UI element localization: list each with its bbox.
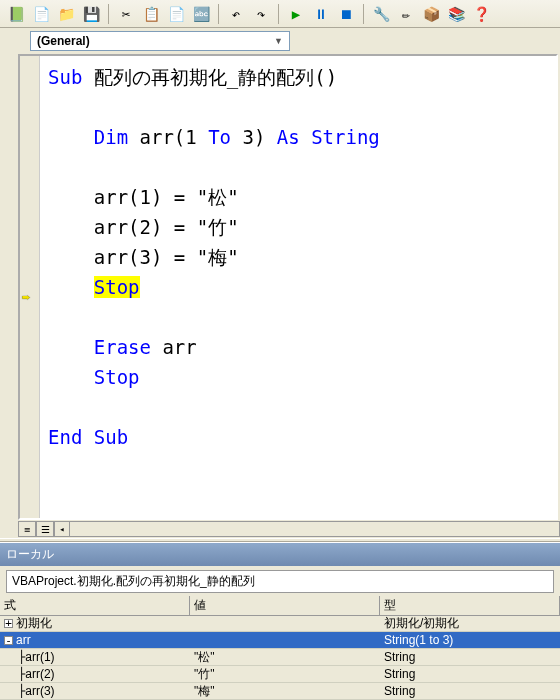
locals-header-row: 式 値 型 <box>0 598 560 615</box>
code-editor[interactable]: Sub 配列の再初期化_静的配列() Dim arr(1 To 3) As St… <box>40 56 556 518</box>
locals-row[interactable]: ├ arr(2)"竹"String <box>0 666 560 683</box>
locals-cell-expr: +初期化 <box>0 615 190 632</box>
tree-toggle-icon[interactable]: - <box>4 636 13 645</box>
locals-header-value[interactable]: 値 <box>190 596 380 616</box>
object-dropdown-label: (General) <box>37 34 90 48</box>
execution-pointer-icon: ➨ <box>22 289 30 305</box>
toolbar-undo-icon[interactable]: ↶ <box>225 3 247 25</box>
toolbar-copy-icon[interactable]: 📋 <box>140 3 162 25</box>
toolbar-object-browser-icon[interactable]: 📚 <box>445 3 467 25</box>
locals-cell-type: String <box>380 650 560 664</box>
locals-cell-type: 初期化/初期化 <box>380 615 560 632</box>
locals-cell-expr: ├ arr(3) <box>0 684 190 698</box>
toolbar-help-icon[interactable]: ❓ <box>470 3 492 25</box>
toolbar-properties-icon[interactable]: 📦 <box>420 3 442 25</box>
locals-row[interactable]: -arrString(1 to 3) <box>0 632 560 649</box>
locals-cell-expr: ├ arr(1) <box>0 650 190 664</box>
locals-cell-value: "竹" <box>190 666 380 683</box>
full-module-view-button[interactable]: ☰ <box>36 521 54 537</box>
locals-header-expr[interactable]: 式 <box>0 596 190 616</box>
chevron-down-icon: ▼ <box>274 36 283 46</box>
toolbar-reset-icon[interactable]: ⏹ <box>335 3 357 25</box>
toolbar-save-icon[interactable]: 💾 <box>80 3 102 25</box>
toolbar-design-icon[interactable]: 🔧 <box>370 3 392 25</box>
object-procedure-bar: (General) ▼ <box>0 28 560 54</box>
locals-cell-value: "松" <box>190 649 380 666</box>
locals-window-title: ローカル <box>0 542 560 566</box>
locals-cell-value: "梅" <box>190 683 380 700</box>
toolbar-new-icon[interactable]: 📄 <box>30 3 52 25</box>
toolbar-run-icon[interactable]: ▶ <box>285 3 307 25</box>
locals-cell-type: String(1 to 3) <box>380 633 560 647</box>
object-dropdown[interactable]: (General) ▼ <box>30 31 290 51</box>
locals-cell-type: String <box>380 667 560 681</box>
main-toolbar: 📗 📄 📁 💾 ✂ 📋 📄 🔤 ↶ ↷ ▶ ⏸ ⏹ 🔧 ✏ 📦 📚 ❓ <box>0 0 560 28</box>
toolbar-find-icon[interactable]: 🔤 <box>190 3 212 25</box>
toolbar-cut-icon[interactable]: ✂ <box>115 3 137 25</box>
toolbar-excel-icon[interactable]: 📗 <box>5 3 27 25</box>
locals-row[interactable]: +初期化初期化/初期化 <box>0 615 560 632</box>
tree-toggle-icon[interactable]: + <box>4 619 13 628</box>
locals-header-type[interactable]: 型 <box>380 596 560 616</box>
view-mode-buttons: ≡ ☰ ◂ <box>0 520 560 538</box>
code-pane: ➨ Sub 配列の再初期化_静的配列() Dim arr(1 To 3) As … <box>18 54 558 520</box>
locals-cell-expr: -arr <box>0 633 190 647</box>
locals-context: VBAProject.初期化.配列の再初期化_静的配列 <box>6 570 554 593</box>
locals-cell-type: String <box>380 684 560 698</box>
margin-indicator-bar: ➨ <box>20 56 40 518</box>
procedure-view-button[interactable]: ≡ <box>18 521 36 537</box>
locals-row[interactable]: ├ arr(3)"梅"String <box>0 683 560 700</box>
toolbar-break-icon[interactable]: ⏸ <box>310 3 332 25</box>
locals-grid: 式 値 型 +初期化初期化/初期化-arrString(1 to 3)├ arr… <box>0 597 560 700</box>
toolbar-open-icon[interactable]: 📁 <box>55 3 77 25</box>
locals-cell-expr: ├ arr(2) <box>0 667 190 681</box>
toolbar-paste-icon[interactable]: 📄 <box>165 3 187 25</box>
toolbar-project-icon[interactable]: ✏ <box>395 3 417 25</box>
locals-row[interactable]: ├ arr(1)"松"String <box>0 649 560 666</box>
horizontal-scrollbar[interactable] <box>70 521 560 537</box>
scroll-left-button[interactable]: ◂ <box>54 521 70 537</box>
toolbar-redo-icon[interactable]: ↷ <box>250 3 272 25</box>
